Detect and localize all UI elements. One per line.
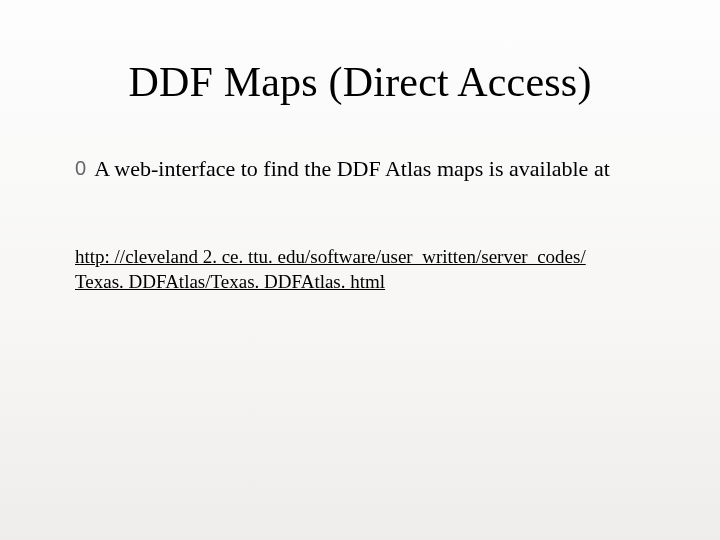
slide-title: DDF Maps (Direct Access) — [0, 58, 720, 106]
url-line-1: http: //cleveland 2. ce. ttu. edu/softwa… — [75, 246, 586, 267]
bullet-text: A web-interface to find the DDF Atlas ma… — [94, 155, 610, 183]
bullet-item: 0 A web-interface to find the DDF Atlas … — [75, 155, 655, 183]
url-line-2: Texas. DDFAtlas/Texas. DDFAtlas. html — [75, 271, 385, 292]
url-link[interactable]: http: //cleveland 2. ce. ttu. edu/softwa… — [75, 245, 655, 294]
slide: DDF Maps (Direct Access) 0 A web-interfa… — [0, 0, 720, 540]
bullet-marker: 0 — [75, 155, 86, 181]
body-text-block: 0 A web-interface to find the DDF Atlas … — [75, 155, 655, 183]
